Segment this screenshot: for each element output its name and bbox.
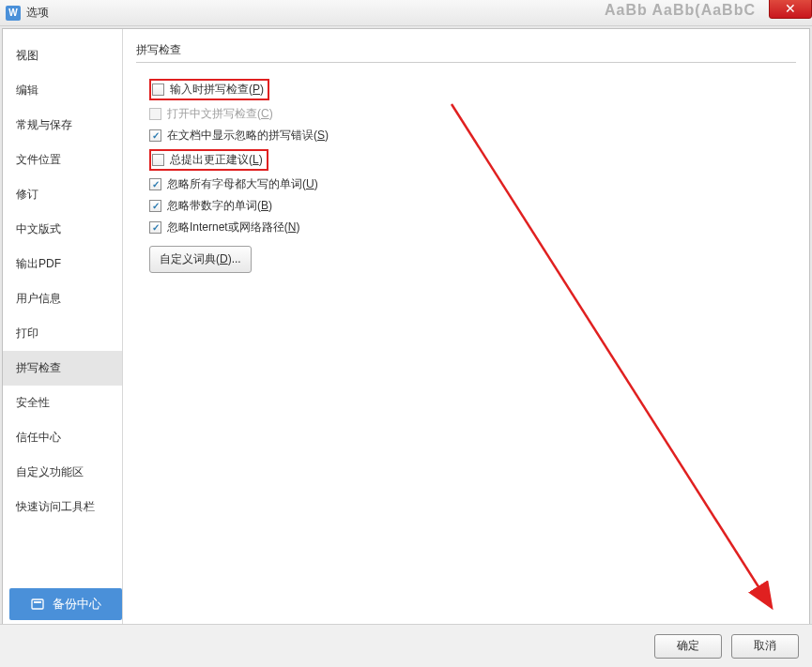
cancel-button[interactable]: 取消 xyxy=(731,634,799,659)
checkbox-4[interactable] xyxy=(149,178,161,190)
section-header: 拼写检查 xyxy=(136,42,796,63)
sidebar-item-2[interactable]: 常规与保存 xyxy=(3,108,122,143)
checkbox-0[interactable] xyxy=(152,83,164,96)
highlight-box: 输入时拼写检查(P) xyxy=(149,79,269,100)
sidebar-item-1[interactable]: 编辑 xyxy=(3,73,122,108)
highlight-box: 总提出更正建议(L) xyxy=(149,149,268,171)
sidebar-item-6[interactable]: 输出PDF xyxy=(3,247,122,281)
close-button[interactable]: ✕ xyxy=(769,0,812,19)
option-label-0: 输入时拼写检查(P) xyxy=(170,82,264,98)
titlebar: W 选项 AaBb AaBb(AaBbC ✕ xyxy=(0,0,812,26)
sidebar-item-12[interactable]: 自定义功能区 xyxy=(3,455,122,490)
checkbox-3[interactable] xyxy=(152,154,164,166)
options-list: 输入时拼写检查(P)打开中文拼写检查(C)在文档中显示忽略的拼写错误(S)总提出… xyxy=(136,76,807,238)
option-row-4: 忽略所有字母都大写的单词(U) xyxy=(136,174,807,195)
option-label-6: 忽略Internet或网络路径(N) xyxy=(167,220,299,235)
svg-rect-3 xyxy=(34,601,41,603)
custom-dictionary-button[interactable]: 自定义词典(D)... xyxy=(149,246,252,273)
option-row-2: 在文档中显示忽略的拼写错误(S) xyxy=(136,125,807,146)
close-icon: ✕ xyxy=(785,1,796,16)
checkbox-1 xyxy=(149,108,161,120)
option-label-4: 忽略所有字母都大写的单词(U) xyxy=(167,176,318,192)
option-label-3: 总提出更正建议(L) xyxy=(170,152,263,168)
option-label-5: 忽略带数字的单词(B) xyxy=(167,198,272,214)
sidebar-item-8[interactable]: 打印 xyxy=(3,316,122,351)
sidebar-item-5[interactable]: 中文版式 xyxy=(3,212,122,247)
app-icon: W xyxy=(6,6,21,21)
sidebar-item-7[interactable]: 用户信息 xyxy=(3,281,122,316)
checkbox-6[interactable] xyxy=(149,221,161,234)
option-row-3: 总提出更正建议(L) xyxy=(136,146,807,174)
bottom-bar: 确定 取消 xyxy=(0,624,812,667)
sidebar-item-9[interactable]: 拼写检查 xyxy=(3,351,122,386)
option-row-1: 打开中文拼写检查(C) xyxy=(136,103,807,125)
sidebar-item-4[interactable]: 修订 xyxy=(3,177,122,212)
background-text: AaBb AaBb(AaBbC xyxy=(605,2,756,19)
checkbox-5[interactable] xyxy=(149,200,161,212)
backup-icon xyxy=(30,597,45,612)
option-row-0: 输入时拼写检查(P) xyxy=(136,76,807,103)
backup-center-label: 备份中心 xyxy=(53,596,101,613)
option-label-1: 打开中文拼写检查(C) xyxy=(167,106,273,122)
svg-rect-2 xyxy=(32,599,43,609)
checkbox-2[interactable] xyxy=(149,129,161,142)
sidebar-item-3[interactable]: 文件位置 xyxy=(3,143,122,177)
window-title: 选项 xyxy=(26,5,49,21)
option-row-5: 忽略带数字的单词(B) xyxy=(136,195,807,217)
sidebar-item-10[interactable]: 安全性 xyxy=(3,386,122,420)
sidebar-item-13[interactable]: 快速访问工具栏 xyxy=(3,490,122,524)
ok-button[interactable]: 确定 xyxy=(654,634,722,659)
option-row-6: 忽略Internet或网络路径(N) xyxy=(136,217,807,238)
content-panel: 拼写检查 输入时拼写检查(P)打开中文拼写检查(C)在文档中显示忽略的拼写错误(… xyxy=(123,29,809,625)
sidebar-item-11[interactable]: 信任中心 xyxy=(3,420,122,455)
sidebar-item-0[interactable]: 视图 xyxy=(3,38,122,73)
backup-center-button[interactable]: 备份中心 xyxy=(9,588,122,620)
main-container: 视图编辑常规与保存文件位置修订中文版式输出PDF用户信息打印拼写检查安全性信任中… xyxy=(2,28,810,626)
option-label-2: 在文档中显示忽略的拼写错误(S) xyxy=(167,128,329,144)
sidebar: 视图编辑常规与保存文件位置修订中文版式输出PDF用户信息打印拼写检查安全性信任中… xyxy=(3,29,123,625)
